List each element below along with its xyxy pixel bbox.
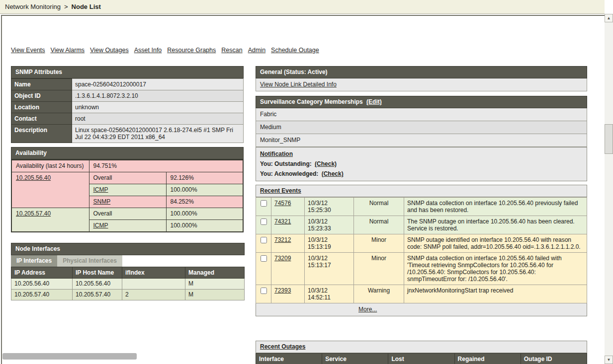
attribute-value: root	[72, 113, 244, 125]
event-row: 7457610/3/12 15:25:30NormalSNMP data col…	[256, 198, 587, 216]
interfaces-column-header: IP Address	[11, 267, 73, 279]
recent-outages-table: InterfaceServiceLostRegainedOutage ID	[256, 353, 587, 364]
event-id-link[interactable]: 72393	[274, 287, 291, 294]
toolbar-link[interactable]: Asset Info	[134, 47, 162, 54]
event-checkbox-cell	[256, 216, 271, 234]
notification-title-link[interactable]: Notification	[260, 150, 293, 157]
outage-column-header: Interface	[256, 354, 322, 364]
toolbar-link[interactable]: Schedule Outage	[271, 47, 319, 54]
interface-cell: M	[185, 290, 245, 300]
event-id-link[interactable]: 74576	[274, 200, 291, 207]
toolbar-link[interactable]: View Alarms	[51, 47, 85, 54]
outage-column-header: Outage ID	[521, 354, 587, 364]
attribute-label: Contact	[11, 113, 72, 125]
interface-cell: 10.205.57.40	[73, 290, 122, 300]
event-time: 10/3/12 15:23:33	[305, 216, 354, 234]
category-row: Monitor_SNMP	[256, 134, 587, 147]
availability-service-row: 10.205.56.40Overall92.126%	[11, 172, 243, 184]
acknowledged-check-link[interactable]: (Check)	[322, 170, 344, 177]
service-link[interactable]: ICMP	[93, 222, 108, 229]
interface-address-cell: 10.205.57.40	[11, 208, 89, 232]
event-checkbox[interactable]	[261, 237, 267, 243]
general-row: View Node Link Detailed Info	[256, 78, 587, 91]
outages-header-row: InterfaceServiceLostRegainedOutage ID	[256, 354, 587, 364]
interface-cell: M	[185, 279, 245, 290]
vertical-scrollbar-thumb[interactable]	[605, 124, 613, 154]
event-time: 10/3/12 15:25:30	[305, 198, 354, 216]
recent-events-panel: Recent Events 7457610/3/12 15:25:30Norma…	[256, 185, 587, 316]
toolbar-link[interactable]: View Events	[11, 47, 45, 54]
attribute-value: unknown	[72, 102, 244, 113]
service-name-cell: Overall	[89, 172, 166, 184]
interface-cell: 10.205.56.40	[73, 279, 122, 290]
event-row: 7321210/3/12 15:13:19MinorSNMP outage id…	[256, 234, 587, 253]
interface-cell: 10.205.57.40	[11, 290, 73, 300]
interface-address-link[interactable]: 10.205.57.40	[16, 210, 51, 217]
outage-column-header: Lost	[388, 354, 454, 364]
event-severity: Warning	[354, 285, 404, 303]
event-checkbox[interactable]	[261, 218, 267, 225]
toolbar-link[interactable]: Resource Graphs	[167, 47, 216, 54]
general-panel: General (Status: Active) View Node Link …	[256, 66, 587, 91]
notification-acknowledged-line: You: Acknowledged: (Check)	[260, 170, 583, 177]
surveillance-title: Surveillance Category Memberships (Edit)	[256, 96, 587, 108]
view-node-link-detailed-info-link[interactable]: View Node Link Detailed Info	[260, 81, 337, 88]
interface-address-link[interactable]: 10.205.56.40	[16, 174, 51, 181]
event-id-link[interactable]: 73212	[274, 236, 291, 243]
event-checkbox[interactable]	[261, 288, 267, 294]
service-link[interactable]: SNMP	[93, 198, 111, 205]
service-availability-value: 100.000%	[166, 220, 243, 232]
event-checkbox[interactable]	[261, 200, 267, 207]
recent-events-title-link[interactable]: Recent Events	[260, 187, 301, 194]
availability-summary-row: Availability (last 24 hours)94.751%	[11, 160, 243, 172]
service-link[interactable]: ICMP	[93, 186, 108, 193]
event-severity: Minor	[354, 234, 404, 253]
breadcrumb-root-link[interactable]: Network Monitoring	[5, 3, 61, 10]
interface-address-cell: 10.205.56.40	[11, 172, 89, 208]
vertical-scrollbar[interactable]: ▲ ▼	[605, 14, 613, 364]
event-description: jnxNetworkMonitoringStart trap received	[404, 285, 587, 303]
interface-cell: 10.205.56.40	[11, 279, 73, 290]
event-checkbox-cell	[256, 198, 271, 216]
event-checkbox[interactable]	[261, 255, 267, 262]
events-more-link[interactable]: More...	[358, 306, 377, 313]
event-time: 10/3/12 15:13:17	[305, 253, 354, 285]
event-time: 10/3/12 15:13:19	[305, 234, 354, 253]
horizontal-scrollbar-thumb[interactable]	[2, 353, 137, 360]
event-description: SNMP data collection on interface 10.205…	[404, 253, 587, 285]
toolbar-link[interactable]: Rescan	[221, 47, 242, 54]
snmp-attribute-row: Locationunknown	[11, 102, 244, 113]
event-row: 7320910/3/12 15:13:17MinorSNMP data coll…	[256, 253, 587, 285]
interface-row: 10.205.57.4010.205.57.402M	[11, 290, 245, 300]
availability-service-row: 10.205.57.40Overall100.000%	[11, 208, 243, 220]
event-description: The SNMP outage on interface 10.205.56.4…	[404, 216, 587, 234]
service-name-cell: ICMP	[89, 184, 166, 196]
toolbar-link[interactable]: View Outages	[90, 47, 129, 54]
event-id-link[interactable]: 74321	[274, 218, 291, 225]
interfaces-column-header: IP Host Name	[73, 267, 122, 279]
snmp-attribute-row: Contactroot	[11, 113, 244, 125]
event-checkbox-cell	[256, 253, 271, 285]
event-checkbox-cell	[256, 234, 271, 253]
tab-physical-interfaces[interactable]: Physical Interfaces	[57, 255, 122, 267]
snmp-attribute-row: Object ID.1.3.6.1.4.1.8072.3.2.10	[11, 90, 244, 102]
event-id-link[interactable]: 73209	[274, 255, 291, 262]
breadcrumb: Network Monitoring > Node List	[0, 0, 605, 14]
outstanding-check-link[interactable]: (Check)	[315, 160, 337, 167]
surveillance-edit-link[interactable]: (Edit)	[366, 98, 382, 105]
category-row: Fabric	[256, 108, 587, 121]
scroll-down-icon[interactable]: ▼	[605, 356, 613, 364]
toolbar-link[interactable]: Admin	[248, 47, 265, 54]
node-interfaces-title: Node Interfaces	[11, 243, 245, 255]
service-availability-value: 92.126%	[166, 172, 243, 184]
recent-outages-title-link[interactable]: Recent Outages	[260, 343, 305, 350]
snmp-attribute-row: DescriptionLinux space-0256042012000017 …	[11, 125, 244, 143]
event-id-cell: 72393	[271, 285, 305, 303]
service-availability-value: 100.000%	[166, 208, 243, 220]
tab-ip-interfaces[interactable]: IP Interfaces	[11, 255, 57, 267]
category-row: Medium	[256, 121, 587, 134]
availability-panel: Availability Availability (last 24 hours…	[11, 147, 244, 232]
service-name-cell: SNMP	[89, 196, 166, 208]
interfaces-header-row: IP AddressIP Host NameifIndexManaged	[11, 267, 245, 279]
scroll-up-icon[interactable]: ▲	[605, 14, 613, 22]
